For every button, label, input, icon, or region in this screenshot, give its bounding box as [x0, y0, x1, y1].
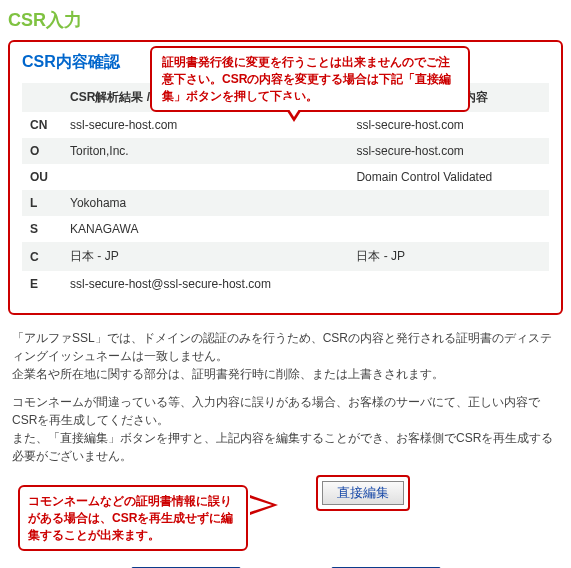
- row-label: CN: [22, 112, 62, 138]
- csr-value: 日本 - JP: [62, 242, 348, 271]
- cert-value: 日本 - JP: [348, 242, 549, 271]
- table-row: LYokohama: [22, 190, 549, 216]
- warning-callout-top-tail-inner: [283, 100, 305, 117]
- warning-callout-bottom: コモンネームなどの証明書情報に誤りがある場合は、CSRを再生成せずに編集すること…: [18, 485, 248, 551]
- table-row: OToriton,Inc.ssl-secure-host.com: [22, 138, 549, 164]
- page-title: CSR入力: [8, 8, 563, 32]
- edit-row: 直接編集 コモンネームなどの証明書情報に誤りがある場合は、CSRを再生成せずに編…: [8, 475, 563, 545]
- cert-value: ssl-secure-host.com: [348, 138, 549, 164]
- csr-value: Toriton,Inc.: [62, 138, 348, 164]
- cert-value: [348, 216, 549, 242]
- csr-value: ssl-secure-host@ssl-secure-host.com: [62, 271, 348, 297]
- table-row: C日本 - JP日本 - JP: [22, 242, 549, 271]
- csr-value: Yokohama: [62, 190, 348, 216]
- direct-edit-button[interactable]: 直接編集: [322, 481, 404, 505]
- row-label: S: [22, 216, 62, 242]
- csr-value: KANAGAWA: [62, 216, 348, 242]
- row-label: C: [22, 242, 62, 271]
- row-label: OU: [22, 164, 62, 190]
- csr-value: [62, 164, 348, 190]
- cert-value: [348, 271, 549, 297]
- row-label: L: [22, 190, 62, 216]
- warning-callout-top: 証明書発行後に変更を行うことは出来ませんのでご注意下さい。CSRの内容を変更する…: [150, 46, 470, 112]
- table-row: Essl-secure-host@ssl-secure-host.com: [22, 271, 549, 297]
- cert-value: ssl-secure-host.com: [348, 112, 549, 138]
- row-label: E: [22, 271, 62, 297]
- row-label: O: [22, 138, 62, 164]
- table-row: OUDomain Control Validated: [22, 164, 549, 190]
- table-row: SKANAGAWA: [22, 216, 549, 242]
- notice-text-2: コモンネームが間違っている等、入力内容に誤りがある場合、お客様のサーバにて、正し…: [12, 393, 559, 465]
- cert-value: [348, 190, 549, 216]
- notice-text-1: 「アルファSSL」では、ドメインの認証のみを行うため、CSRの内容と発行される証…: [12, 329, 559, 383]
- cert-value: Domain Control Validated: [348, 164, 549, 190]
- edit-button-highlight: 直接編集: [316, 475, 410, 511]
- warning-callout-bottom-tail-inner: [250, 498, 272, 512]
- csr-confirm-box: 証明書発行後に変更を行うことは出来ませんのでご注意下さい。CSRの内容を変更する…: [8, 40, 563, 315]
